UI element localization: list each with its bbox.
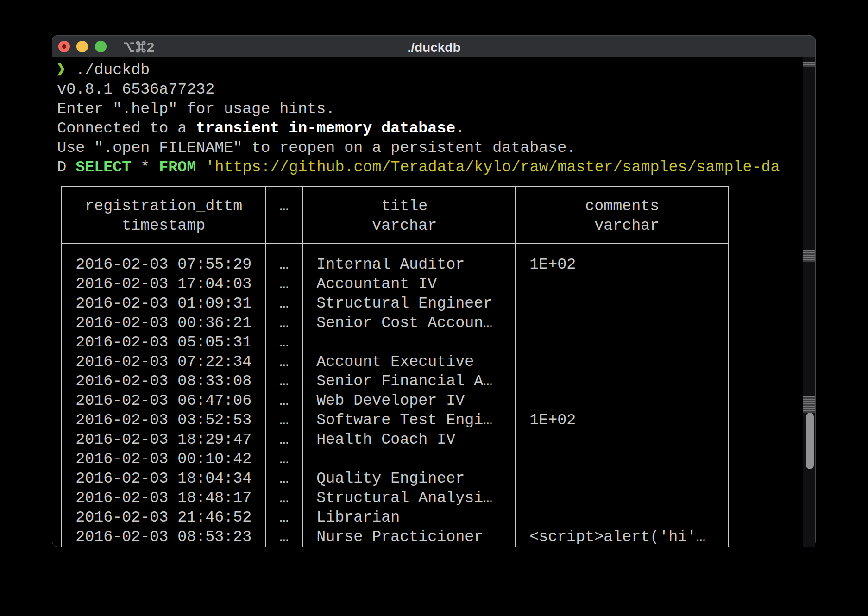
svg-text:2: 2 [147, 40, 154, 53]
